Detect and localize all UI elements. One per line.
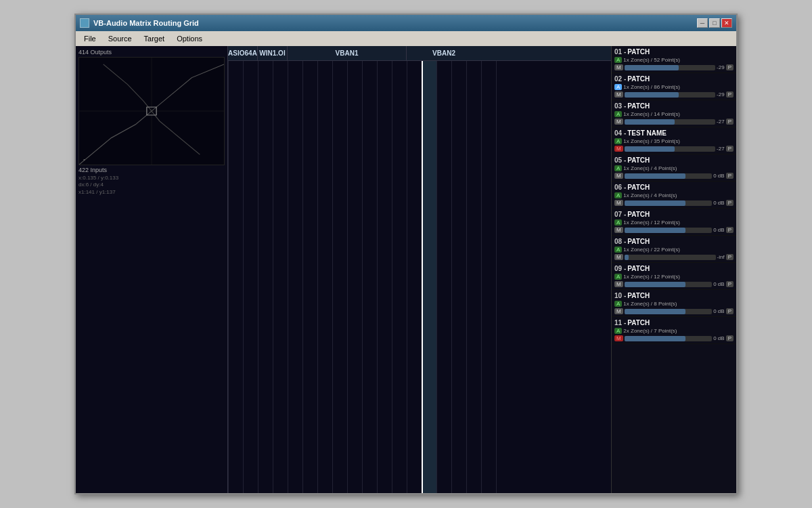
patch-entry-4: 04 - TEST NAME A 1x Zone(s) / 35 Point(s… (612, 127, 736, 154)
patch-p-button[interactable]: P (726, 146, 734, 152)
patch-m-button[interactable]: M (614, 281, 623, 287)
patch-zone-info: 1x Zone(s) / 12 Point(s) (623, 274, 680, 280)
patch-m-button[interactable]: M (614, 254, 623, 260)
patch-slider-fill (625, 119, 675, 125)
patch-slider-fill (625, 65, 679, 70)
patch-m-button[interactable]: M (614, 200, 623, 206)
sub-col-9: VBAN Stream 1 (362, 61, 377, 493)
patch-a-button[interactable]: A (614, 192, 622, 198)
patch-header: 08 - PATCH (614, 238, 734, 245)
sub-col-12: VBAN Stream 1 (407, 61, 422, 493)
patch-p-button[interactable]: P (726, 200, 734, 206)
patch-p-button[interactable]: P (726, 308, 734, 314)
patch-slider[interactable] (625, 92, 715, 98)
patch-slider[interactable] (625, 65, 715, 70)
patch-number: 10 - (614, 292, 626, 299)
patch-header: 03 - PATCH (614, 102, 734, 110)
patch-entry-8: 08 - PATCH A 1x Zone(s) / 22 Point(s) M … (612, 236, 736, 263)
patch-name: PATCH (627, 48, 650, 56)
menu-source[interactable]: Source (103, 33, 137, 44)
col-group-asio64a: ASIO64A (228, 46, 258, 60)
patch-slider-fill (625, 92, 679, 98)
patch-m-button[interactable]: M (614, 119, 623, 125)
maximize-button[interactable]: □ (709, 18, 720, 28)
patch-entry-7: 07 - PATCH A 1x Zone(s) / 12 Point(s) M … (612, 209, 736, 236)
patch-value: 0 dB (713, 308, 724, 314)
sub-col-0: Out 1 (228, 61, 243, 493)
menu-options[interactable]: Options (171, 33, 208, 44)
patch-a-button[interactable]: A (614, 219, 622, 226)
patch-slider[interactable] (625, 146, 715, 152)
patch-p-button[interactable]: P (726, 91, 734, 98)
patch-entry-1: 01 - PATCH A 1x Zone(s) / 52 Point(s) M … (612, 46, 736, 73)
patch-header: 10 - PATCH (614, 292, 734, 299)
patch-m-button[interactable]: M (614, 91, 623, 98)
patch-zone-info: 1x Zone(s) / 86 Point(s) (623, 84, 680, 90)
patch-value: -27 (717, 146, 725, 152)
patch-a-button[interactable]: A (614, 138, 622, 144)
patch-p-button[interactable]: P (726, 335, 734, 341)
patch-a-button[interactable]: A (614, 57, 622, 63)
patch-value: 0 dB (713, 200, 724, 206)
patch-slider[interactable] (625, 228, 713, 233)
patch-p-button[interactable]: P (726, 173, 734, 179)
patch-p-button[interactable]: P (726, 281, 734, 287)
patch-m-button[interactable]: M (614, 335, 623, 341)
patch-zone-info: 1x Zone(s) / 35 Point(s) (623, 138, 680, 144)
patch-p-button[interactable]: P (726, 64, 734, 70)
patch-p-button[interactable]: P (726, 254, 734, 260)
patch-header: 04 - TEST NAME (614, 129, 734, 137)
patch-zone-info: 1x Zone(s) / 14 Point(s) (623, 111, 680, 117)
patch-header: 11 - PATCH (614, 319, 734, 326)
patch-a-button[interactable]: A (614, 301, 622, 307)
patch-entry-5: 05 - PATCH A 1x Zone(s) / 4 Point(s) M 0… (612, 154, 736, 182)
patch-value: 0 dB (713, 173, 724, 179)
patch-m-row: M 0 dB P (614, 227, 734, 233)
patch-zone-info: 1x Zone(s) / 4 Point(s) (623, 165, 677, 171)
patch-number: 07 - (614, 211, 626, 218)
patch-a-button[interactable]: A (614, 274, 622, 280)
sub-col-14: VBAN Stream 1 (436, 61, 451, 493)
patch-m-row: M -29 P (614, 64, 734, 70)
patch-slider[interactable] (625, 336, 713, 341)
patch-slider[interactable] (625, 282, 713, 287)
patch-slider[interactable] (625, 309, 713, 314)
patch-slider[interactable] (625, 255, 716, 260)
patch-a-button[interactable]: A (614, 247, 622, 253)
patch-m-button[interactable]: M (614, 227, 623, 233)
close-button[interactable]: ✕ (721, 18, 732, 28)
patch-slider[interactable] (625, 119, 715, 125)
patch-value: -29 (717, 91, 725, 98)
patch-number: 01 - (614, 48, 626, 56)
patch-a-button[interactable]: A (614, 165, 622, 171)
patch-name: PATCH (627, 75, 650, 83)
patch-entry-2: 02 - PATCH A 1x Zone(s) / 86 Point(s) M … (612, 73, 736, 100)
patch-p-button[interactable]: P (726, 119, 734, 125)
sub-col-17: VBAN Stream 2 (481, 61, 496, 493)
patch-a-button[interactable]: A (614, 328, 622, 334)
patch-slider-fill (625, 173, 686, 179)
patch-header: 09 - PATCH (614, 265, 734, 272)
patch-a-button[interactable]: A (614, 84, 622, 90)
minimize-button[interactable]: ─ (697, 18, 708, 28)
patch-m-button[interactable]: M (614, 64, 623, 70)
patch-m-button[interactable]: M (614, 308, 623, 314)
patch-name: PATCH (627, 292, 650, 299)
patch-value: 0 dB (713, 227, 724, 233)
patch-zone-info: 1x Zone(s) / 8 Point(s) (623, 301, 677, 307)
patch-m-row: M 0 dB P (614, 200, 734, 206)
patch-p-button[interactable]: P (726, 227, 734, 233)
patch-m-button[interactable]: M (614, 146, 623, 152)
patch-a-button[interactable]: A (614, 111, 622, 117)
menu-file[interactable]: File (78, 33, 102, 44)
patch-name: PATCH (627, 211, 650, 218)
patch-m-row: M -27 P (614, 119, 734, 125)
patch-m-button[interactable]: M (614, 173, 623, 179)
patch-slider-fill (625, 336, 686, 341)
patch-slider[interactable] (625, 200, 713, 206)
menu-target[interactable]: Target (139, 33, 171, 44)
patch-name: TEST NAME (627, 129, 667, 137)
patch-slider[interactable] (625, 173, 713, 179)
sub-col-8: VBAN Stream 1 (347, 61, 362, 493)
patch-number: 11 - (614, 319, 626, 326)
